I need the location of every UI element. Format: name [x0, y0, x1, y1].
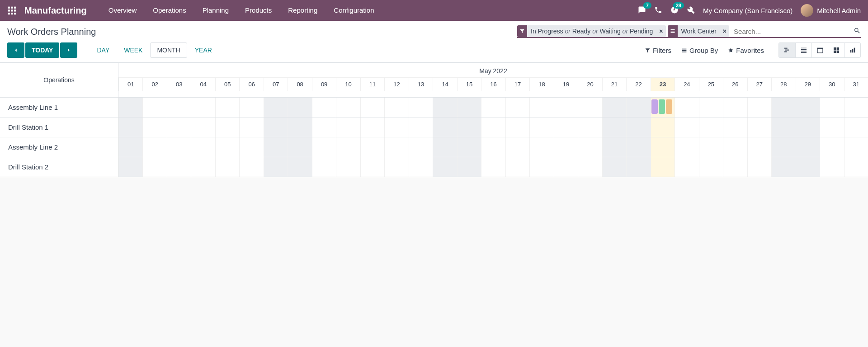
gantt-cell[interactable]: [771, 157, 795, 177]
gantt-cell[interactable]: [796, 117, 820, 137]
gantt-cell[interactable]: [336, 137, 360, 157]
tools-icon[interactable]: [687, 6, 695, 15]
gantt-cell[interactable]: [433, 157, 457, 177]
filters-dropdown[interactable]: Filters: [645, 47, 671, 54]
gantt-cell[interactable]: [578, 98, 602, 117]
gantt-cell[interactable]: [433, 98, 457, 117]
nav-item-products[interactable]: Products: [237, 0, 280, 21]
gantt-cell[interactable]: [578, 117, 602, 137]
gantt-cell[interactable]: [409, 98, 433, 117]
gantt-row-label[interactable]: Assembly Line 1: [0, 98, 118, 117]
gantt-cell[interactable]: [820, 98, 844, 117]
gantt-cell[interactable]: [481, 98, 505, 117]
nav-item-configuration[interactable]: Configuration: [326, 0, 382, 21]
gantt-cell[interactable]: [796, 157, 820, 177]
gantt-cell[interactable]: [167, 117, 191, 137]
prev-button[interactable]: [7, 42, 24, 58]
scale-year[interactable]: YEAR: [188, 42, 219, 58]
gantt-cell[interactable]: [288, 137, 311, 157]
scale-week[interactable]: WEEK: [117, 42, 149, 58]
gantt-pill[interactable]: [666, 99, 672, 114]
gantt-cell[interactable]: [264, 117, 288, 137]
gantt-cell[interactable]: [191, 98, 215, 117]
calendar-view-button[interactable]: [811, 43, 828, 57]
gantt-cell[interactable]: [505, 117, 529, 137]
gantt-cell[interactable]: [142, 98, 166, 117]
gantt-cell[interactable]: [167, 157, 191, 177]
gantt-cell[interactable]: [239, 98, 263, 117]
search-bar[interactable]: In Progress or Ready or Waiting or Pendi…: [517, 25, 861, 38]
gantt-cell[interactable]: [191, 137, 215, 157]
gantt-cell[interactable]: [771, 117, 795, 137]
pivot-view-button[interactable]: [828, 43, 844, 57]
nav-item-reporting[interactable]: Reporting: [280, 0, 326, 21]
gantt-cell[interactable]: [699, 98, 723, 117]
gantt-cell[interactable]: [312, 117, 336, 137]
gantt-cell[interactable]: [529, 98, 553, 117]
gantt-row-cells[interactable]: [118, 157, 868, 177]
gantt-cell[interactable]: [191, 157, 215, 177]
gantt-cell[interactable]: [626, 137, 650, 157]
gantt-cell[interactable]: [118, 117, 142, 137]
gantt-cell[interactable]: [578, 157, 602, 177]
next-button[interactable]: [60, 42, 77, 58]
gantt-cell[interactable]: [457, 137, 481, 157]
gantt-row-cells[interactable]: [118, 98, 868, 117]
scale-month[interactable]: MONTH: [150, 42, 187, 58]
gantt-cell[interactable]: [723, 117, 747, 137]
gantt-cell[interactable]: [239, 157, 263, 177]
gantt-cell[interactable]: [747, 98, 771, 117]
search-icon[interactable]: [854, 27, 861, 36]
gantt-row-cells[interactable]: [118, 117, 868, 137]
gantt-row-label[interactable]: Drill Station 1: [0, 117, 118, 137]
gantt-cell[interactable]: [215, 157, 239, 177]
gantt-cell[interactable]: [264, 137, 288, 157]
user-menu[interactable]: Mitchell Admin: [801, 4, 861, 17]
gantt-cell[interactable]: [142, 137, 166, 157]
nav-item-operations[interactable]: Operations: [145, 0, 194, 21]
gantt-cell[interactable]: [675, 137, 698, 157]
gantt-cell[interactable]: [264, 157, 288, 177]
gantt-cell[interactable]: [118, 157, 142, 177]
gantt-cell[interactable]: [602, 137, 626, 157]
gantt-cell[interactable]: [409, 137, 433, 157]
nav-item-overview[interactable]: Overview: [100, 0, 145, 21]
gantt-cell[interactable]: [384, 117, 408, 137]
gantt-cell[interactable]: [215, 137, 239, 157]
gantt-cell[interactable]: [771, 137, 795, 157]
gantt-cell[interactable]: [457, 117, 481, 137]
gantt-cell[interactable]: [312, 137, 336, 157]
gantt-cell[interactable]: [747, 117, 771, 137]
gantt-cell[interactable]: [844, 117, 868, 137]
gantt-cell[interactable]: [723, 98, 747, 117]
gantt-cell[interactable]: [167, 137, 191, 157]
gantt-cell[interactable]: [215, 98, 239, 117]
gantt-cell[interactable]: [142, 117, 166, 137]
gantt-cell[interactable]: [360, 117, 384, 137]
gantt-cell[interactable]: [360, 157, 384, 177]
activities-icon[interactable]: 28: [670, 6, 679, 15]
gantt-cell[interactable]: [651, 137, 675, 157]
gantt-cell[interactable]: [215, 117, 239, 137]
gantt-cell[interactable]: [844, 137, 868, 157]
gantt-cell[interactable]: [602, 98, 626, 117]
gantt-cell[interactable]: [118, 137, 142, 157]
gantt-cell[interactable]: [626, 98, 650, 117]
gantt-cell[interactable]: [529, 137, 553, 157]
gantt-cell[interactable]: [554, 157, 578, 177]
gantt-cell[interactable]: [796, 137, 820, 157]
gantt-cell[interactable]: [409, 157, 433, 177]
phone-icon[interactable]: [654, 6, 662, 15]
gantt-cell[interactable]: [844, 157, 868, 177]
gantt-cell[interactable]: [554, 98, 578, 117]
gantt-cell[interactable]: [675, 98, 698, 117]
gantt-cell[interactable]: [312, 98, 336, 117]
gantt-cell[interactable]: [554, 137, 578, 157]
gantt-cell[interactable]: [675, 117, 698, 137]
gantt-cell[interactable]: [602, 157, 626, 177]
gantt-cell[interactable]: [360, 98, 384, 117]
gantt-cell[interactable]: [747, 137, 771, 157]
gantt-cell[interactable]: [336, 117, 360, 137]
gantt-cell[interactable]: [481, 117, 505, 137]
favorites-dropdown[interactable]: Favorites: [728, 47, 764, 54]
